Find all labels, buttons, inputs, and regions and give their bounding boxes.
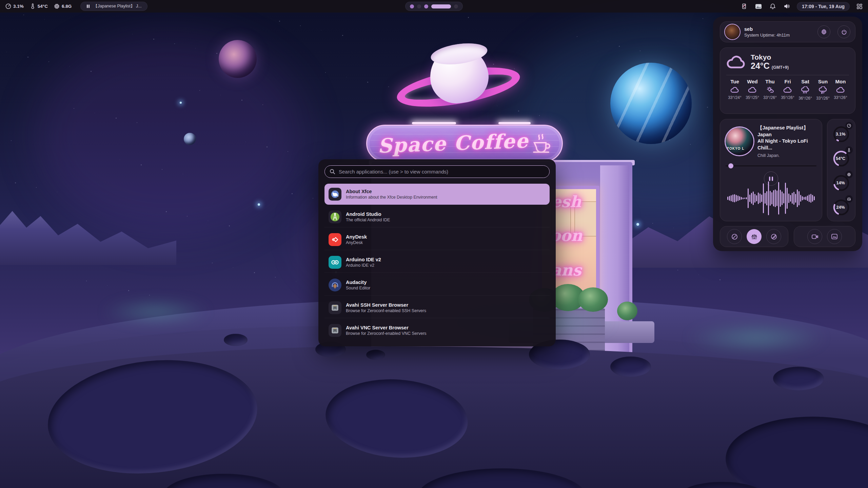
workspace-dot-1[interactable] <box>410 4 414 8</box>
performance-gauge-icon <box>731 233 738 240</box>
bright-star <box>258 203 260 206</box>
forecast-temps: 33°/24° <box>728 95 742 100</box>
app-row-anydesk[interactable]: AnyDeskAnyDesk <box>324 229 550 250</box>
star <box>132 34 133 34</box>
teal-glow <box>685 324 827 352</box>
workspace-dot-2[interactable] <box>417 4 421 8</box>
forecast-day-label: Sat <box>801 79 809 84</box>
star <box>212 263 213 263</box>
visualizer-bar <box>787 188 788 209</box>
visualizer-bar <box>758 192 759 204</box>
app-row-audacity[interactable]: AudacitySound Editor <box>324 274 550 296</box>
overview-grid-icon[interactable] <box>855 2 864 11</box>
app-row-arduino[interactable]: Arduino IDE v2Arduino IDE v2 <box>324 252 550 273</box>
visualizer-bar <box>792 193 793 204</box>
visualizer-bar <box>793 192 794 205</box>
search-input[interactable] <box>339 169 545 175</box>
seek-slider[interactable] <box>726 163 816 168</box>
power-button[interactable] <box>837 25 850 38</box>
track-subtitle: Chill Japan. <box>757 153 816 158</box>
star <box>23 15 24 15</box>
tube-light <box>498 122 531 124</box>
system-uptime: System Uptime: 4h11m <box>744 33 813 38</box>
forecast-temps: 33°/26° <box>763 95 777 100</box>
visualizer-bar <box>810 194 811 203</box>
visualizer-bar <box>782 191 783 205</box>
screen-record-button[interactable] <box>807 229 822 244</box>
visualizer-bar <box>756 195 757 201</box>
visualizer-bar <box>809 195 810 202</box>
forecast-day: Fri 35°/26° <box>779 79 796 101</box>
workspace-dot-5[interactable] <box>454 4 458 8</box>
visualizer-bar <box>804 197 805 200</box>
album-art: TOKYO L <box>726 127 753 155</box>
app-row-android-studio[interactable]: Android StudioThe official Android IDE <box>324 206 550 227</box>
bell-icon[interactable] <box>768 2 777 11</box>
search-bar[interactable] <box>324 165 550 178</box>
star <box>107 285 107 286</box>
workspace-dot-3[interactable] <box>424 4 428 8</box>
visualizer-bar <box>814 196 815 200</box>
seek-knob[interactable] <box>728 163 733 168</box>
weather-temperature: 24°C <box>751 61 770 71</box>
star <box>690 144 691 145</box>
phone-sync-icon[interactable] <box>740 2 749 11</box>
app-row-avahi-ssh[interactable]: Avahi SSH Server BrowserBrowse for Zeroc… <box>324 297 550 318</box>
gear-icon <box>821 29 827 35</box>
cloud-icon <box>748 86 757 93</box>
partly-sunny-icon <box>766 86 774 93</box>
visualizer-bar <box>749 195 750 202</box>
forecast-day-label: Tue <box>730 79 739 84</box>
star <box>233 267 233 268</box>
cpu-usage-stat: 3.1% <box>5 3 24 9</box>
visualizer-bar <box>746 197 747 199</box>
media-player-pill[interactable]: 【Japanese Playlist】 J... <box>80 2 147 11</box>
star <box>711 149 711 149</box>
star <box>313 198 313 199</box>
app-row-about-xfce[interactable]: About XfceInformation about the Xfce Des… <box>324 184 550 205</box>
app-description: Sound Editor <box>346 286 370 290</box>
crater <box>224 334 248 346</box>
weather-current: Tokyo 24°C (GMT+9) <box>726 53 849 71</box>
system-stats: 3.1% 54°C 6.8G <box>5 3 72 9</box>
top-bar: 3.1% 54°C 6.8G 【Japanese Playlist】 J... <box>0 0 868 13</box>
track-title: 【Japanese Playlist】 Japan All Night - To… <box>757 125 816 151</box>
weather-city: Tokyo <box>751 53 789 61</box>
temperature-icon <box>30 3 36 9</box>
star <box>300 25 301 26</box>
workspace-dot-4[interactable] <box>431 4 451 8</box>
visualizer-bar <box>729 196 730 201</box>
star <box>698 274 699 275</box>
visualizer-bar <box>770 191 771 206</box>
speaker-icon[interactable] <box>783 2 791 11</box>
temperature-gauge: 54°C <box>831 147 851 169</box>
star <box>254 272 255 273</box>
cloud-icon <box>726 55 746 69</box>
settings-button[interactable] <box>817 25 830 38</box>
star <box>74 108 74 109</box>
clock[interactable]: 17:09 - Tue, 19 Aug <box>797 2 850 11</box>
app-launcher: About XfceInformation about the Xfce Des… <box>318 159 556 346</box>
app-title: AnyDesk <box>346 234 367 240</box>
weather-card: Tokyo 24°C (GMT+9) Tue 33°/24° Wed 35°/2… <box>720 47 855 114</box>
app-description: Arduino IDE v2 <box>346 263 381 268</box>
network-port-icon <box>329 301 341 314</box>
balance-mode-button[interactable] <box>747 229 762 244</box>
performance-gauge-button[interactable] <box>727 229 742 244</box>
star <box>91 71 92 72</box>
star <box>288 151 288 152</box>
audacity-icon <box>329 279 341 291</box>
small-moon <box>184 133 196 145</box>
workspace-switcher <box>405 2 463 11</box>
eco-mode-button[interactable] <box>766 229 781 244</box>
wallpaper-button[interactable] <box>827 229 842 244</box>
star <box>166 211 167 212</box>
visualizer-bar <box>807 196 808 201</box>
wallpaper-icon[interactable] <box>754 2 763 11</box>
app-row-avahi-vnc[interactable]: Avahi VNC Server BrowserBrowse for Zeroc… <box>324 320 550 341</box>
star <box>70 66 70 66</box>
star <box>57 192 57 192</box>
visualizer-bar <box>780 190 781 207</box>
pause-icon <box>86 4 90 8</box>
bright-star <box>180 102 182 104</box>
